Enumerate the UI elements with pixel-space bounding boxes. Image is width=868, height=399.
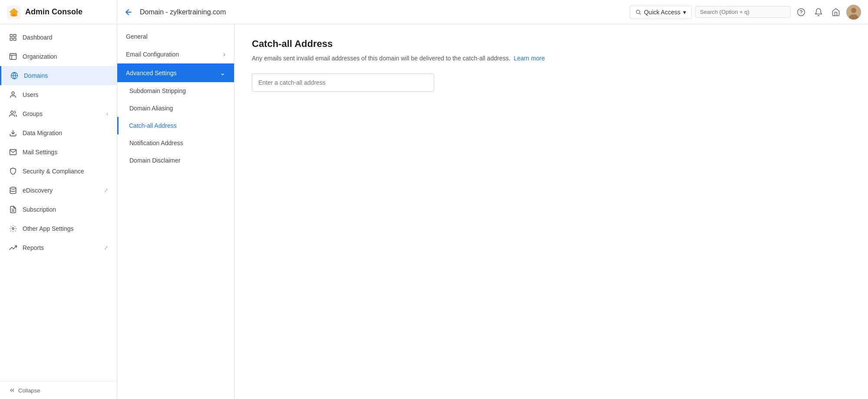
sidebar-item-subscription[interactable]: Subscription xyxy=(0,200,117,219)
quick-access-label: Quick Access xyxy=(644,9,680,16)
notifications-button[interactable] xyxy=(812,5,825,19)
search-input[interactable] xyxy=(700,9,786,15)
svg-point-7 xyxy=(851,8,856,13)
app-logo-area: Admin Console xyxy=(0,0,117,24)
content-description: Any emails sent invalid email addresses … xyxy=(252,54,851,63)
sidebar-item-users[interactable]: Users xyxy=(0,85,117,104)
learn-more-link[interactable]: Learn more xyxy=(514,55,545,62)
search-icon xyxy=(635,9,641,15)
sidebar-item-security-compliance[interactable]: Security & Compliance xyxy=(0,162,117,181)
sidebar-item-organization[interactable]: Organization xyxy=(0,47,117,66)
svg-rect-12 xyxy=(14,38,16,40)
catch-all-address-input[interactable] xyxy=(252,73,434,92)
sidebar-item-reports[interactable]: Reports ⤤ xyxy=(0,238,117,257)
middle-label-catch-all-address: Catch-all Address xyxy=(129,122,177,129)
sidebar-collapse-button[interactable]: Collapse xyxy=(0,381,117,399)
page-breadcrumb: Domain - zylkertraining.com xyxy=(140,8,624,16)
advanced-settings-chevron-icon: ⌄ xyxy=(220,69,225,77)
middle-item-advanced-settings[interactable]: Advanced Settings ⌄ xyxy=(117,63,234,82)
domains-icon xyxy=(10,71,19,80)
quick-access-button[interactable]: Quick Access ▾ xyxy=(630,6,692,19)
organization-icon xyxy=(9,52,17,61)
app-logo-icon xyxy=(7,5,21,19)
help-button[interactable] xyxy=(794,5,808,19)
sidebar-nav: Dashboard Organization xyxy=(0,24,117,381)
svg-point-21 xyxy=(10,187,16,190)
search-box[interactable] xyxy=(695,6,791,18)
top-header: Admin Console Domain - zylkertraining.co… xyxy=(0,0,868,24)
middle-item-notification-address[interactable]: Notification Address xyxy=(117,134,234,152)
middle-panel: General Email Configuration › Advanced S… xyxy=(117,24,234,399)
sidebar-label-security-compliance: Security & Compliance xyxy=(23,168,108,175)
middle-label-domain-aliasing: Domain Aliasing xyxy=(129,105,173,112)
sidebar-item-data-migration[interactable]: Data Migration xyxy=(0,123,117,143)
collapse-icon xyxy=(9,387,16,394)
sidebar-label-other-app-settings: Other App Settings xyxy=(23,225,108,232)
sidebar-label-reports: Reports xyxy=(23,244,99,251)
middle-item-domain-disclaimer[interactable]: Domain Disclaimer xyxy=(117,152,234,169)
middle-item-subdomain-stripping[interactable]: Subdomain Stripping xyxy=(117,82,234,100)
middle-label-notification-address: Notification Address xyxy=(129,140,183,146)
svg-point-2 xyxy=(636,10,640,13)
help-icon xyxy=(797,8,805,17)
middle-label-general: General xyxy=(126,33,148,40)
header-right: Domain - zylkertraining.com Quick Access… xyxy=(117,5,868,20)
security-icon xyxy=(9,167,17,176)
sidebar-item-groups[interactable]: Groups › xyxy=(0,104,117,123)
middle-item-domain-aliasing[interactable]: Domain Aliasing xyxy=(117,100,234,117)
content-area: Catch-all Address Any emails sent invali… xyxy=(234,24,868,399)
ediscovery-ext-icon: ⤤ xyxy=(104,187,108,193)
svg-rect-11 xyxy=(10,38,12,40)
other-app-settings-icon xyxy=(9,224,17,233)
sidebar-item-other-app-settings[interactable]: Other App Settings xyxy=(0,219,117,238)
middle-item-catch-all-address[interactable]: Catch-all Address xyxy=(117,117,234,134)
quick-access-dropdown-icon: ▾ xyxy=(683,9,686,16)
svg-rect-9 xyxy=(10,34,12,37)
groups-chevron-icon: › xyxy=(106,111,108,117)
svg-point-24 xyxy=(12,228,14,230)
middle-nav: General Email Configuration › Advanced S… xyxy=(117,24,234,173)
ediscovery-icon xyxy=(9,186,17,195)
svg-rect-10 xyxy=(14,34,16,37)
svg-line-3 xyxy=(640,13,641,14)
sidebar-item-ediscovery[interactable]: eDiscovery ⤤ xyxy=(0,181,117,200)
middle-label-subdomain-stripping: Subdomain Stripping xyxy=(129,87,186,94)
home-button[interactable] xyxy=(829,5,843,19)
sidebar-item-dashboard[interactable]: Dashboard xyxy=(0,28,117,47)
sidebar-label-subscription: Subscription xyxy=(23,206,108,213)
bell-icon xyxy=(814,8,823,17)
home-icon xyxy=(832,8,840,17)
middle-item-general[interactable]: General xyxy=(117,28,234,45)
sidebar-label-dashboard: Dashboard xyxy=(23,34,108,41)
sidebar: Dashboard Organization xyxy=(0,24,117,399)
data-migration-icon xyxy=(9,129,17,137)
sidebar-item-mail-settings[interactable]: Mail Settings xyxy=(0,143,117,162)
svg-point-19 xyxy=(11,111,13,113)
middle-label-advanced-settings: Advanced Settings xyxy=(126,70,177,76)
content-description-text: Any emails sent invalid email addresses … xyxy=(252,55,510,62)
sidebar-label-data-migration: Data Migration xyxy=(23,130,108,136)
content-title: Catch-all Address xyxy=(252,38,851,50)
header-actions: Quick Access ▾ xyxy=(630,5,861,20)
sidebar-label-mail-settings: Mail Settings xyxy=(23,149,108,156)
svg-point-18 xyxy=(12,92,14,94)
reports-ext-icon: ⤤ xyxy=(104,245,108,251)
sidebar-label-users: Users xyxy=(23,91,108,98)
middle-label-email-configuration: Email Configuration xyxy=(126,51,179,58)
users-icon xyxy=(9,90,17,99)
sidebar-label-domains: Domains xyxy=(24,72,108,79)
sidebar-label-ediscovery: eDiscovery xyxy=(23,187,99,194)
collapse-label: Collapse xyxy=(18,387,40,394)
groups-icon xyxy=(9,110,17,118)
middle-item-email-configuration[interactable]: Email Configuration › xyxy=(117,45,234,63)
user-avatar[interactable] xyxy=(846,5,861,20)
dashboard-icon xyxy=(9,33,17,42)
sidebar-label-organization: Organization xyxy=(23,53,108,60)
main-layout: Dashboard Organization xyxy=(0,24,868,399)
reports-icon xyxy=(9,243,17,252)
back-button[interactable] xyxy=(124,8,133,17)
subscription-icon xyxy=(9,205,17,214)
sidebar-item-domains[interactable]: Domains xyxy=(0,66,117,85)
email-config-chevron-icon: › xyxy=(223,50,225,58)
svg-point-4 xyxy=(798,8,805,16)
